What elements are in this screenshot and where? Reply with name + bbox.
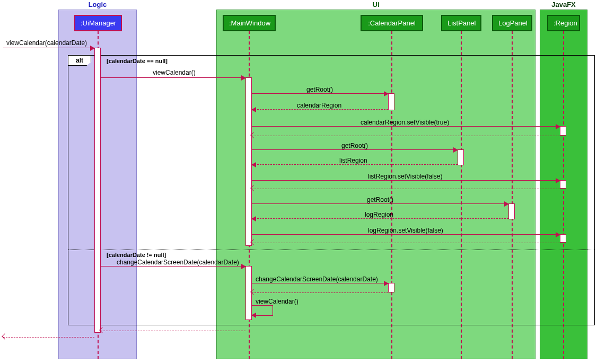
msg-changedate-2 — [252, 283, 388, 283]
package-ui-label: Ui — [373, 1, 380, 8]
activation-region-1 — [560, 126, 566, 136]
msg-mainwindow-return-2 — [101, 331, 245, 331]
alt-guard-1: [calendarDate == null] — [107, 58, 168, 64]
msg-calendarregion-return-label: calendarRegion — [297, 102, 341, 109]
activation-listpanel — [458, 149, 464, 165]
activation-region-3 — [560, 234, 566, 243]
msg-getroot-3-label: getRoot() — [367, 196, 393, 203]
lifeline-uimanager: :UiManager — [74, 15, 122, 31]
msg-logregion-return-label: logRegion — [365, 211, 393, 218]
lifeline-calendarpanel: :CalendarPanel — [361, 15, 423, 31]
package-javafx-label: JavaFX — [551, 1, 576, 8]
lifeline-mainwindow: :MainWindow — [223, 15, 276, 31]
lifeline-logpanel: LogPanel — [492, 15, 532, 31]
alt-divider — [68, 250, 594, 250]
msg-entry-label: viewCalendar(calendarDate) — [6, 39, 87, 47]
activation-logpanel — [508, 203, 515, 219]
msg-changedate-1-label: changeCalendarScreenDate(calendarDate) — [117, 259, 239, 266]
activation-mainwindow-2 — [245, 266, 252, 320]
alt-guard-2: [calendarDate != null] — [107, 252, 166, 258]
msg-viewcalendar-label: viewCalendar() — [153, 69, 196, 76]
msg-exit — [3, 337, 94, 338]
lifeline-calendarpanel-label: :CalendarPanel — [368, 19, 416, 27]
msg-getroot-2-label: getRoot() — [341, 142, 368, 149]
msg-list-setvisible-return — [252, 189, 560, 189]
lifeline-listpanel: ListPanel — [441, 15, 481, 31]
msg-log-setvisible — [252, 234, 560, 235]
lifeline-logpanel-label: LogPanel — [498, 19, 528, 27]
msg-list-setvisible — [252, 180, 560, 181]
msg-changedate-2-return — [252, 292, 388, 293]
lifeline-mainwindow-label: :MainWindow — [229, 19, 270, 27]
msg-viewcalendar — [101, 77, 245, 78]
msg-setvisible-true-label: calendarRegion.setVisible(true) — [361, 119, 449, 126]
msg-listregion-return-label: listRegion — [339, 157, 367, 164]
msg-log-setvisible-label: logRegion.setVisible(false) — [368, 227, 443, 234]
msg-logregion-return — [252, 218, 508, 219]
alt-frame: alt [calendarDate == null] [calendarDate… — [68, 55, 595, 325]
msg-getroot-2 — [252, 149, 458, 150]
msg-entry — [3, 48, 94, 48]
msg-changedate-2-label: changeCalendarScreenDate(calendarDate) — [256, 276, 378, 283]
msg-log-setvisible-return — [252, 243, 560, 243]
package-logic-label: Logic — [89, 1, 107, 8]
alt-tag: alt — [68, 56, 91, 66]
lifeline-region-label: :Region — [554, 19, 577, 27]
msg-getroot-1-label: getRoot() — [306, 86, 333, 93]
msg-setvisible-true — [252, 126, 560, 127]
activation-calendarpanel-2 — [388, 283, 394, 292]
lifeline-uimanager-label: :UiManager — [81, 19, 116, 27]
activation-calendarpanel-1 — [388, 93, 394, 110]
activation-uimanager — [94, 48, 101, 333]
msg-getroot-3 — [252, 203, 508, 204]
lifeline-region: :Region — [547, 15, 580, 31]
msg-calendarregion-return — [252, 109, 388, 110]
msg-getroot-1 — [252, 93, 388, 94]
msg-listregion-return — [252, 164, 458, 165]
msg-changedate-1 — [101, 266, 245, 267]
lifeline-listpanel-label: ListPanel — [447, 19, 476, 27]
msg-self-viewcalendar-label: viewCalendar() — [256, 298, 298, 305]
msg-list-setvisible-label: listRegion.setVisible(false) — [368, 173, 443, 180]
msg-setvisible-true-return — [252, 136, 560, 136]
activation-region-2 — [560, 180, 566, 189]
msg-self-viewcalendar — [252, 305, 273, 316]
